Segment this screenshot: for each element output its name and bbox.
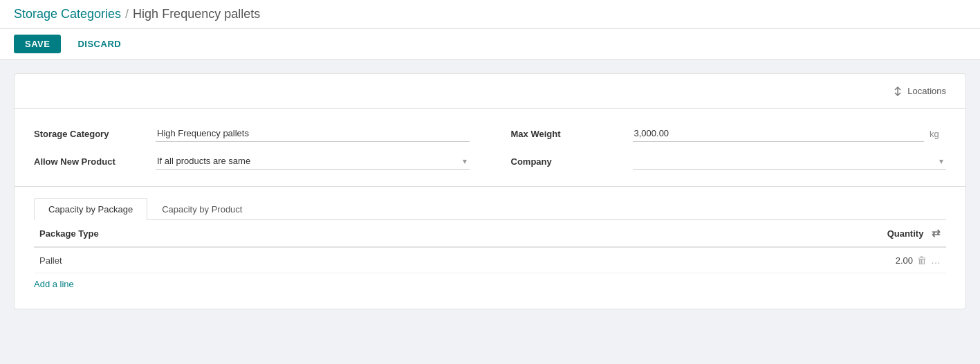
company-row: Company ▾	[511, 153, 947, 170]
top-bar: Storage Categories / High Frequency pall…	[0, 0, 980, 29]
company-select-wrapper: ▾	[633, 153, 947, 170]
max-weight-unit: kg	[930, 129, 946, 139]
breadcrumb-current: High Frequency pallets	[133, 7, 260, 21]
form-grid: Storage Category Max Weight kg Allow New…	[34, 125, 946, 170]
company-label: Company	[511, 156, 622, 167]
table-settings-icon[interactable]: ⇄	[932, 227, 941, 239]
table-area: Package Type Quantity ⇄ Pallet 2.00	[15, 220, 965, 309]
storage-category-value	[156, 125, 470, 142]
allow-new-product-select[interactable]: If all products are same If same product…	[156, 153, 470, 170]
allow-new-product-label: Allow New Product	[34, 156, 145, 167]
cell-package-type: Pallet	[34, 247, 510, 273]
storage-category-row: Storage Category	[34, 125, 470, 142]
storage-category-label: Storage Category	[34, 129, 145, 139]
max-weight-value-wrapper: kg	[633, 125, 947, 142]
breadcrumb-parent[interactable]: Storage Categories	[14, 7, 121, 21]
page-content: Locations Storage Category Max Weight	[0, 60, 980, 323]
max-weight-label: Max Weight	[511, 129, 622, 139]
discard-button[interactable]: DISCARD	[66, 35, 132, 53]
breadcrumb-separator: /	[125, 7, 129, 21]
row-actions: 2.00 🗑 …	[515, 255, 941, 266]
tabs: Capacity by Package Capacity by Product	[34, 198, 946, 220]
allow-new-product-row: Allow New Product If all products are sa…	[34, 153, 470, 170]
max-weight-input[interactable]	[633, 125, 925, 142]
storage-category-input[interactable]	[156, 125, 470, 142]
tab-capacity-package[interactable]: Capacity by Package	[34, 198, 147, 220]
add-line-button[interactable]: Add a line	[34, 273, 74, 295]
tabs-area: Capacity by Package Capacity by Product	[15, 187, 965, 220]
cell-quantity: 2.00 🗑 …	[510, 247, 946, 273]
locations-icon	[892, 86, 903, 97]
col-header-quantity: Quantity ⇄	[510, 220, 946, 247]
form-card: Locations Storage Category Max Weight	[14, 73, 966, 309]
company-select[interactable]	[633, 153, 947, 170]
allow-new-product-wrapper: If all products are same If same product…	[156, 153, 470, 170]
save-button[interactable]: SAVE	[14, 35, 61, 53]
tab-capacity-product[interactable]: Capacity by Product	[147, 198, 257, 220]
locations-button[interactable]: Locations	[887, 83, 952, 100]
sort-icon	[892, 86, 903, 97]
locations-label: Locations	[907, 86, 946, 96]
table-row: Pallet 2.00 🗑 …	[34, 247, 946, 273]
card-top-bar: Locations	[15, 74, 965, 109]
form-body: Storage Category Max Weight kg Allow New…	[15, 109, 965, 187]
more-icon[interactable]: …	[931, 255, 941, 266]
breadcrumb: Storage Categories / High Frequency pall…	[14, 7, 260, 21]
col-header-package-type: Package Type	[34, 220, 510, 247]
data-table: Package Type Quantity ⇄ Pallet 2.00	[34, 220, 946, 273]
delete-icon[interactable]: 🗑	[917, 255, 927, 266]
max-weight-row: Max Weight kg	[511, 125, 947, 142]
action-bar: SAVE DISCARD	[0, 29, 980, 60]
